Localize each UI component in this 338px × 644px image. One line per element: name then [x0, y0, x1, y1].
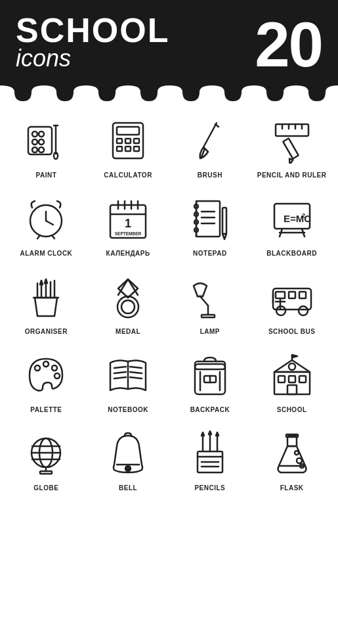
lamp-icon: [184, 271, 236, 323]
svg-rect-11: [117, 127, 139, 135]
svg-marker-123: [209, 431, 211, 434]
svg-rect-103: [278, 376, 285, 382]
paint-icon: [20, 114, 72, 167]
flask-icon: [266, 427, 318, 480]
svg-point-77: [299, 306, 308, 315]
icon-school-bus: SCHOOL BUS: [251, 263, 333, 341]
school-bus-label: SCHOOL BUS: [268, 327, 316, 336]
header-subtitle: icons: [16, 45, 169, 83]
calendar-icon: 1 SEPTEMBER: [102, 193, 154, 245]
svg-rect-106: [287, 385, 297, 394]
svg-line-92: [130, 377, 142, 379]
icon-organiser: ORGANISER: [5, 263, 87, 341]
svg-point-2: [39, 131, 44, 137]
backpack-icon: [184, 349, 236, 402]
svg-rect-105: [299, 376, 306, 382]
icons-grid: PAINT CALCULATOR: [0, 101, 338, 503]
svg-point-115: [125, 466, 131, 471]
bell-icon: [102, 427, 154, 480]
svg-rect-13: [125, 139, 131, 143]
medal-icon: [102, 271, 154, 323]
icon-bell: BELL: [87, 419, 169, 497]
notebook-label: NOTEBOOK: [108, 405, 148, 414]
svg-rect-16: [125, 147, 131, 151]
svg-point-85: [54, 373, 60, 379]
icon-pencil-ruler: PENCIL AND RULER: [251, 106, 333, 185]
svg-point-84: [52, 365, 57, 371]
globe-icon: [20, 427, 72, 480]
svg-rect-48: [222, 208, 226, 234]
svg-rect-75: [299, 292, 306, 298]
svg-text:SEPTEMBER: SEPTEMBER: [115, 231, 142, 236]
svg-line-90: [130, 367, 142, 368]
icon-calculator: CALCULATOR: [87, 106, 169, 185]
header: SCHOOL icons 20: [0, 0, 338, 83]
svg-rect-12: [117, 139, 122, 143]
svg-line-28: [46, 221, 53, 225]
school-bus-icon: [266, 271, 318, 323]
calendar-label: КАЛЕНДАРЬ: [106, 249, 150, 258]
svg-point-128: [297, 458, 302, 463]
svg-rect-14: [134, 139, 139, 143]
alarm-clock-icon: [20, 193, 72, 245]
brush-label: BRUSH: [198, 171, 222, 179]
svg-rect-15: [117, 147, 122, 151]
globe-label: GLOBE: [33, 484, 58, 492]
svg-point-1: [32, 131, 37, 137]
pencil-ruler-label: PENCIL AND RULER: [257, 171, 327, 179]
svg-rect-17: [134, 147, 139, 151]
school-label: SCHOOL: [277, 405, 307, 414]
icon-paint: PAINT: [5, 106, 87, 185]
pencils-label: PENCILS: [194, 484, 225, 492]
school-icon: [266, 349, 318, 402]
icon-pencils: PENCILS: [169, 419, 251, 497]
brush-icon: [184, 114, 236, 167]
backpack-label: BACKPACK: [190, 405, 230, 414]
icon-flask: FLASK: [251, 419, 333, 497]
header-title: SCHOOL: [16, 13, 169, 47]
icon-brush: BRUSH: [169, 106, 251, 185]
calculator-icon: [102, 114, 154, 167]
paint-label: PAINT: [35, 171, 56, 179]
blackboard-label: BLACKBOARD: [266, 249, 317, 258]
svg-text:2: 2: [302, 212, 305, 219]
svg-point-82: [35, 365, 40, 371]
svg-line-91: [130, 372, 142, 373]
icon-blackboard: E=MC 2 BLACKBOARD: [251, 185, 333, 263]
svg-text:1: 1: [125, 217, 131, 230]
notepad-icon: [184, 193, 236, 245]
svg-line-70: [200, 296, 208, 306]
svg-point-4: [39, 139, 44, 145]
icon-palette: PALETTE: [5, 341, 87, 419]
organiser-label: ORGANISER: [25, 327, 68, 336]
svg-marker-124: [216, 432, 219, 436]
svg-rect-73: [276, 292, 285, 298]
svg-point-107: [289, 363, 295, 370]
svg-rect-74: [289, 292, 295, 298]
svg-point-6: [39, 147, 44, 152]
svg-marker-49: [222, 234, 226, 239]
svg-point-83: [43, 361, 49, 367]
svg-marker-122: [201, 432, 204, 436]
palette-icon: [20, 349, 72, 402]
svg-rect-19: [276, 124, 308, 136]
svg-marker-102: [292, 355, 297, 357]
icon-alarm-clock: ALARM CLOCK: [5, 185, 87, 263]
bell-label: BELL: [119, 484, 137, 492]
blackboard-icon: E=MC 2: [266, 193, 318, 245]
svg-line-89: [114, 377, 126, 379]
pencils-icon: [184, 427, 236, 480]
medal-label: MEDAL: [116, 327, 140, 336]
svg-rect-104: [289, 376, 295, 382]
pencil-ruler-icon: [266, 114, 318, 167]
svg-point-5: [32, 147, 37, 152]
svg-line-88: [114, 372, 126, 373]
svg-marker-63: [45, 279, 47, 283]
svg-rect-39: [196, 201, 220, 237]
svg-line-87: [114, 367, 126, 368]
svg-point-129: [295, 451, 299, 455]
svg-line-30: [52, 235, 54, 239]
svg-marker-62: [40, 281, 43, 285]
icon-calendar: 1 SEPTEMBER КАЛЕНДАРЬ: [87, 185, 169, 263]
header-number: 20: [255, 13, 322, 76]
